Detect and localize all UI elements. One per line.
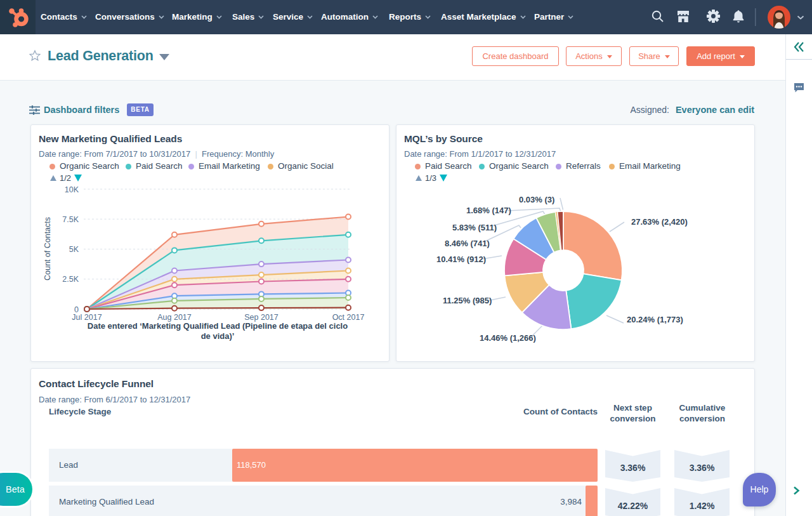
svg-text:0.03% (3): 0.03% (3) <box>519 195 554 204</box>
svg-text:7.5K: 7.5K <box>62 215 79 224</box>
svg-text:Oct 2017: Oct 2017 <box>332 313 365 322</box>
svg-text:Jul 2017: Jul 2017 <box>72 313 102 322</box>
svg-text:14.46% (1,266): 14.46% (1,266) <box>480 333 536 343</box>
svg-text:27.63% (2,420): 27.63% (2,420) <box>631 217 688 227</box>
svg-text:10K: 10K <box>65 185 79 194</box>
svg-text:8.46% (741): 8.46% (741) <box>445 239 490 248</box>
svg-text:1.68% (147): 1.68% (147) <box>466 206 511 215</box>
svg-text:5K: 5K <box>69 245 79 254</box>
svg-text:20.24% (1,773): 20.24% (1,773) <box>627 315 683 324</box>
svg-text:10.41% (912): 10.41% (912) <box>436 255 486 264</box>
svg-text:11.25% (985): 11.25% (985) <box>443 296 492 305</box>
svg-text:Count of Contacts: Count of Contacts <box>43 217 52 281</box>
svg-text:Aug 2017: Aug 2017 <box>157 313 192 322</box>
svg-text:Sep 2017: Sep 2017 <box>244 313 278 322</box>
svg-text:2.5K: 2.5K <box>62 275 79 284</box>
svg-text:5.83% (511): 5.83% (511) <box>452 223 497 232</box>
